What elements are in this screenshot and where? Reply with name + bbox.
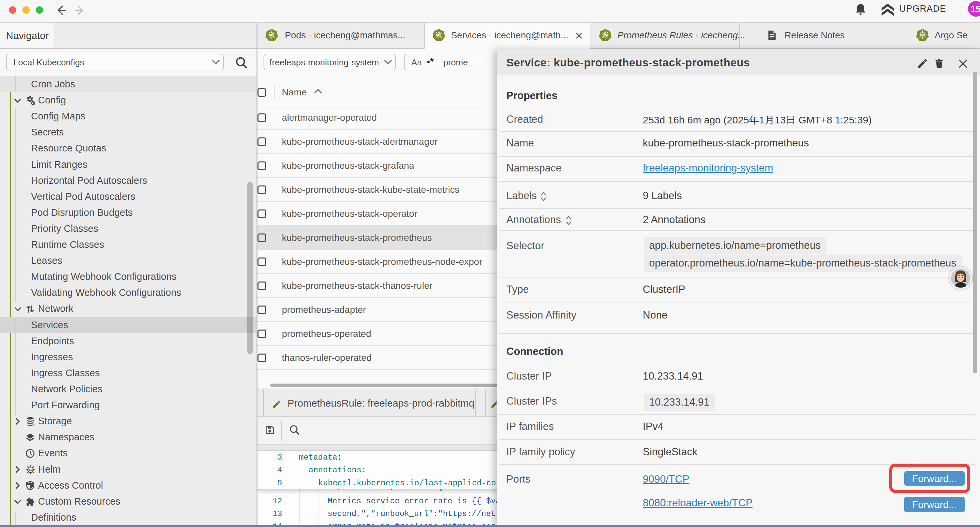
svg-text:HELM: HELM — [27, 469, 33, 471]
